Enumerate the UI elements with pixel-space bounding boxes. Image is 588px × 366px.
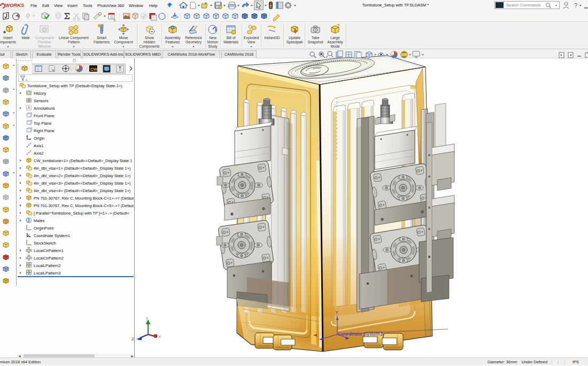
svg-text:CW: CW: [90, 67, 98, 72]
svg-text:?: ?: [574, 2, 577, 9]
